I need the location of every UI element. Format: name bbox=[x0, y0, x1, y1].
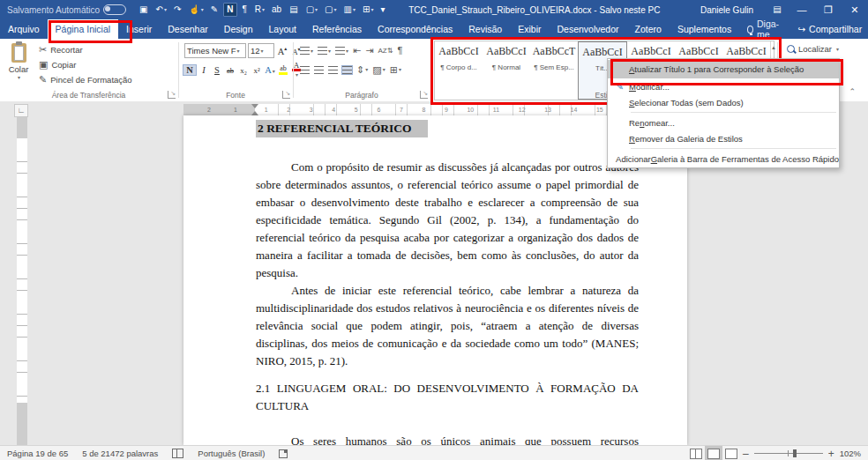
language-indicator[interactable]: Português (Brasil) bbox=[191, 449, 272, 458]
cut-button[interactable]: ✂ Recortar bbox=[39, 44, 132, 56]
format-painter-button[interactable]: ✎ bbox=[208, 4, 221, 16]
bullet-list-button[interactable]: ▾ bbox=[299, 46, 314, 56]
table-button[interactable]: ⊞▾ bbox=[360, 4, 376, 16]
tell-me-box[interactable]: Diga-me bbox=[739, 19, 789, 39]
context-menu-item[interactable]: Adicionar Galeria à Barra de Ferramentas… bbox=[608, 151, 839, 167]
page-setup-button[interactable]: ▢▾ bbox=[322, 4, 339, 16]
print-layout-button[interactable] bbox=[707, 449, 720, 459]
ribbon-tab[interactable]: Desenvolvedor bbox=[549, 19, 626, 39]
underline-button[interactable]: S bbox=[211, 65, 223, 75]
word-count[interactable]: 5 de 21472 palavras bbox=[75, 449, 165, 458]
paragraph[interactable]: Com o propósito de resumir as discussões… bbox=[256, 159, 639, 282]
columns-button[interactable]: ▥▾ bbox=[341, 4, 358, 16]
ribbon-tab[interactable]: Referências bbox=[304, 19, 370, 39]
copy-button[interactable]: ▣ Copiar bbox=[39, 59, 132, 70]
ribbon-tab[interactable]: Arquivo bbox=[0, 19, 48, 39]
italic-button[interactable]: I bbox=[198, 65, 210, 75]
page-text[interactable]: 2 REFERENCIAL TEÓRICO Com o propósito de… bbox=[256, 115, 639, 445]
paragraph-dialog-launcher[interactable]: ↘ bbox=[420, 91, 428, 99]
zoom-slider-thumb[interactable] bbox=[793, 449, 797, 457]
undo-button[interactable]: ↶▾ bbox=[153, 4, 169, 16]
superscript-button[interactable]: x² bbox=[251, 66, 263, 75]
bold-button[interactable]: N bbox=[223, 3, 237, 17]
qat-overflow-button[interactable]: ▾ bbox=[378, 4, 388, 16]
save-button[interactable]: ▣ bbox=[137, 4, 151, 16]
align-left-button[interactable] bbox=[299, 65, 311, 75]
zoom-out-button[interactable]: – bbox=[743, 449, 749, 458]
shading-button[interactable]: ▨▾ bbox=[371, 63, 385, 77]
paragraph[interactable]: Antes de iniciar este referencial teóric… bbox=[256, 282, 639, 370]
autosave-switch-icon[interactable] bbox=[103, 4, 126, 15]
font-size-combobox[interactable]: 12▾ bbox=[248, 43, 274, 58]
ribbon-display-options-button[interactable]: ▤ bbox=[766, 0, 789, 19]
align-right-button[interactable] bbox=[327, 65, 339, 75]
ribbon-tab[interactable]: Exibir bbox=[510, 19, 549, 39]
context-menu-item[interactable]: Renomear... bbox=[608, 115, 839, 130]
new-document-button[interactable]: ▢▾ bbox=[303, 4, 320, 16]
section-subheading[interactable]: 2.1 LINGUAGEM ORAL: DO DESENVOLVIMENTO À… bbox=[256, 380, 639, 415]
web-layout-button[interactable] bbox=[725, 449, 737, 459]
spelling-button[interactable]: ab bbox=[269, 4, 285, 16]
show-paragraph-marks-button[interactable]: ¶ bbox=[396, 44, 403, 57]
format-painter-button[interactable]: ✎ Pincel de Formatação bbox=[39, 74, 132, 85]
numbered-list-button[interactable]: ▾ bbox=[317, 46, 332, 56]
ribbon-tab[interactable]: Correspondências bbox=[370, 19, 460, 39]
borders-button[interactable]: ⊞▾ bbox=[389, 63, 402, 77]
ribbon-tab[interactable]: Design bbox=[216, 19, 261, 39]
increase-indent-button[interactable]: ⇥ bbox=[364, 44, 374, 57]
font-dialog-launcher[interactable]: ↘ bbox=[282, 91, 290, 99]
decrease-indent-button[interactable]: ⇤ bbox=[352, 44, 362, 57]
align-center-button[interactable] bbox=[313, 65, 325, 75]
tab-stop-selector[interactable]: ∟ bbox=[14, 104, 28, 117]
subscript-button[interactable]: x₂ bbox=[237, 66, 250, 75]
selected-heading[interactable]: 2 REFERENCIAL TEÓRICO bbox=[256, 120, 428, 137]
zoom-in-button[interactable]: + bbox=[828, 449, 834, 458]
macro-record-button[interactable] bbox=[272, 449, 295, 458]
touch-mouse-mode-button[interactable]: ☝▾ bbox=[186, 4, 206, 16]
formatting-marks-button[interactable]: ¶ bbox=[239, 4, 250, 16]
text-effects-button[interactable]: A▾ bbox=[264, 65, 276, 75]
collapse-ribbon-button[interactable]: ⌃ bbox=[849, 87, 856, 96]
redo-button[interactable]: ↷ bbox=[171, 4, 184, 16]
read-mode-button[interactable] bbox=[690, 449, 702, 459]
ribbon-tab[interactable]: Suplementos bbox=[670, 19, 739, 39]
font-name-combobox[interactable]: Times New F▾ bbox=[184, 43, 246, 58]
context-menu-item[interactable]: ✎ Modificar... bbox=[608, 78, 839, 94]
ribbon-tab[interactable]: Revisão bbox=[460, 19, 510, 39]
strikethrough-button[interactable]: ab bbox=[224, 66, 236, 75]
justify-button[interactable] bbox=[341, 65, 353, 75]
line-spacing-button[interactable]: ⇕▾ bbox=[355, 63, 369, 77]
highlight-color-button[interactable]: ab bbox=[277, 65, 289, 75]
paste-button[interactable]: Colar ▾ bbox=[4, 41, 34, 96]
paragraph[interactable]: Os seres humanos são os únicos animais q… bbox=[256, 433, 639, 445]
find-button[interactable]: Localizar ▾ bbox=[787, 44, 839, 54]
sort-button[interactable]: AZ⇅ bbox=[377, 44, 393, 57]
bold-button[interactable]: N bbox=[183, 64, 197, 76]
read-aloud-button[interactable]: ▤ bbox=[287, 4, 301, 16]
restore-button[interactable]: ❐ bbox=[815, 0, 842, 19]
ribbon-tab[interactable]: Zotero bbox=[627, 19, 670, 39]
ribbon-tab[interactable]: Desenhar bbox=[160, 19, 216, 39]
hanging-indent-marker[interactable] bbox=[251, 108, 258, 115]
minimize-button[interactable]: — bbox=[789, 0, 815, 19]
vertical-ruler[interactable] bbox=[17, 117, 27, 445]
zoom-slider[interactable] bbox=[754, 453, 823, 454]
page-indicator[interactable]: Página 19 de 65 bbox=[0, 449, 75, 458]
grow-font-button[interactable]: A▴ bbox=[276, 45, 288, 56]
zoom-level[interactable]: 102% bbox=[840, 449, 861, 458]
autosave-toggle[interactable]: Salvamento Automático bbox=[7, 4, 126, 15]
multilevel-list-button[interactable]: ▾ bbox=[334, 46, 349, 56]
context-menu-item[interactable]: Remover da Galeria de Estilos bbox=[608, 130, 839, 146]
close-button[interactable]: ✕ bbox=[842, 0, 868, 19]
share-button[interactable]: ↪ Compartilhar bbox=[789, 19, 868, 39]
user-name[interactable]: Daniele Gulin bbox=[700, 5, 753, 15]
styles-button[interactable]: R▾ bbox=[252, 4, 267, 16]
share-icon: ↪ bbox=[797, 24, 805, 34]
context-menu-item[interactable]: Selecionar Todas (sem Dados) bbox=[608, 94, 839, 110]
ribbon-tab[interactable]: Inserir bbox=[118, 19, 160, 39]
spellcheck-button[interactable] bbox=[165, 449, 191, 458]
ribbon-tab[interactable]: Layout bbox=[260, 19, 304, 39]
ribbon-tab[interactable]: Página Inicial bbox=[48, 19, 118, 39]
context-menu-item[interactable]: Atualizar Título 1 para Corresponder à S… bbox=[608, 60, 839, 78]
clipboard-dialog-launcher[interactable]: ↘ bbox=[168, 91, 176, 99]
